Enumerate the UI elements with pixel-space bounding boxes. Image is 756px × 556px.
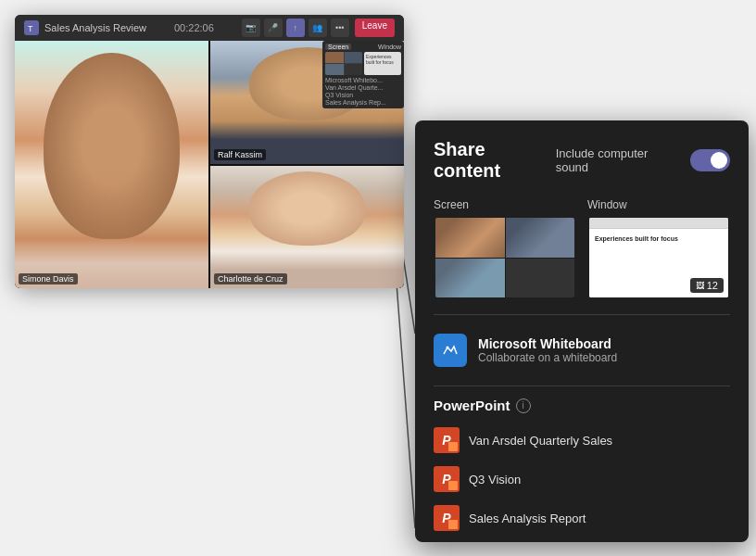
- pp-file-item-1[interactable]: Van Arsdel Quarterly Sales: [434, 421, 730, 460]
- pp-icon-2: [434, 466, 460, 492]
- sound-label: Include computer sound: [556, 146, 683, 174]
- mic-icon-btn[interactable]: 🎤: [264, 19, 283, 37]
- person-charlotte-video: [210, 166, 404, 289]
- window-label: Window: [587, 198, 730, 211]
- person-simone-video: [15, 41, 208, 288]
- titlebar-controls: 📷 🎤 ↑ 👥 ••• Leave: [242, 19, 395, 37]
- pp-file-item-2[interactable]: Q3 Vision: [434, 460, 730, 499]
- share-panel-header: Share content Include computer sound: [434, 139, 730, 182]
- share-panel-title: Share content: [434, 139, 556, 182]
- camera-icon-btn[interactable]: 📷: [242, 19, 260, 37]
- whiteboard-title: Microsoft Whiteboard: [478, 336, 617, 351]
- whiteboard-subtitle: Collaborate on a whiteboard: [478, 351, 617, 364]
- pp-icon-3: [434, 505, 460, 531]
- pp-icon-1: [434, 427, 460, 453]
- powerpoint-title: PowerPoint: [434, 398, 510, 413]
- share-icon-btn[interactable]: ↑: [286, 19, 305, 37]
- video-cell-charlotte: Charlotte de Cruz: [210, 166, 404, 289]
- screen-thumbnail[interactable]: [434, 216, 576, 299]
- meeting-title: Sales Analysis Review: [44, 22, 146, 33]
- screen-preview-grid: [435, 218, 574, 297]
- screen-preview-item[interactable]: Screen: [434, 198, 576, 299]
- svg-text:T: T: [28, 24, 33, 32]
- participants-icon-btn[interactable]: 👥: [309, 19, 327, 37]
- screen-cell-4: [506, 259, 575, 298]
- meeting-timer: 00:22:06: [174, 22, 214, 33]
- more-icon-btn[interactable]: •••: [331, 19, 349, 37]
- teams-icon: T: [24, 20, 39, 35]
- video-grid: Simone Davis Ralf Kassim Screen Window: [15, 41, 404, 288]
- whiteboard-icon: [434, 334, 467, 367]
- divider-1: [434, 314, 730, 315]
- screen-cell-3: [435, 259, 505, 298]
- window-preview-content: Experiences built for focus 🖼 12: [589, 218, 728, 297]
- whiteboard-item[interactable]: Microsoft Whiteboard Collaborate on a wh…: [434, 326, 730, 374]
- window-titlebar: [589, 218, 728, 229]
- window-preview-item[interactable]: Window Experiences built for focus 🖼 12: [587, 198, 730, 299]
- screen-cell-2: [506, 218, 575, 258]
- pp-filename-3: Sales Analysis Report: [469, 512, 586, 525]
- preview-row: Screen Window Experiences built for focu…: [434, 198, 730, 299]
- include-sound-toggle[interactable]: [690, 149, 730, 171]
- svg-point-4: [447, 347, 449, 349]
- video-cell-ralf: Ralf Kassim Screen Window: [210, 41, 404, 164]
- meeting-window: T Sales Analysis Review 00:22:06 📷 🎤 ↑ 👥…: [15, 15, 404, 288]
- powerpoint-header: PowerPoint i: [434, 398, 730, 413]
- titlebar-left: T Sales Analysis Review: [24, 20, 146, 35]
- powerpoint-files-list: Van Arsdel Quarterly Sales Q3 Vision Sal…: [434, 421, 730, 537]
- screen-label: Screen: [434, 198, 576, 211]
- image-icon: 🖼: [696, 281, 704, 290]
- name-tag-charlotte: Charlotte de Cruz: [214, 273, 287, 284]
- share-content-panel: Share content Include computer sound Scr…: [415, 120, 749, 542]
- pp-filename-1: Van Arsdel Quarterly Sales: [469, 434, 612, 448]
- meeting-titlebar: T Sales Analysis Review 00:22:06 📷 🎤 ↑ 👥…: [15, 15, 404, 41]
- pp-filename-2: Q3 Vision: [469, 473, 521, 486]
- video-cell-simone: Simone Davis: [15, 41, 208, 288]
- screen-cell-1: [435, 218, 505, 258]
- name-tag-ralf: Ralf Kassim: [214, 149, 266, 160]
- window-badge: 🖼 12: [690, 278, 724, 293]
- toolbar-icons: 📷 🎤 ↑ 👥 •••: [242, 19, 349, 37]
- pp-icon-accent-2: [448, 481, 458, 490]
- pp-icon-accent-1: [448, 442, 458, 451]
- divider-2: [434, 385, 730, 386]
- window-count: 12: [707, 280, 718, 291]
- pp-icon-accent-3: [448, 520, 458, 529]
- powerpoint-info-icon[interactable]: i: [516, 398, 531, 413]
- pp-file-item-3[interactable]: Sales Analysis Report: [434, 499, 730, 537]
- leave-button[interactable]: Leave: [355, 19, 395, 37]
- name-tag-simone: Simone Davis: [19, 273, 78, 284]
- window-thumbnail[interactable]: Experiences built for focus 🖼 12: [587, 216, 730, 299]
- whiteboard-text: Microsoft Whiteboard Collaborate on a wh…: [478, 336, 617, 364]
- window-preview-text: Experiences built for focus: [595, 234, 723, 243]
- sound-toggle-group: Include computer sound: [556, 146, 730, 174]
